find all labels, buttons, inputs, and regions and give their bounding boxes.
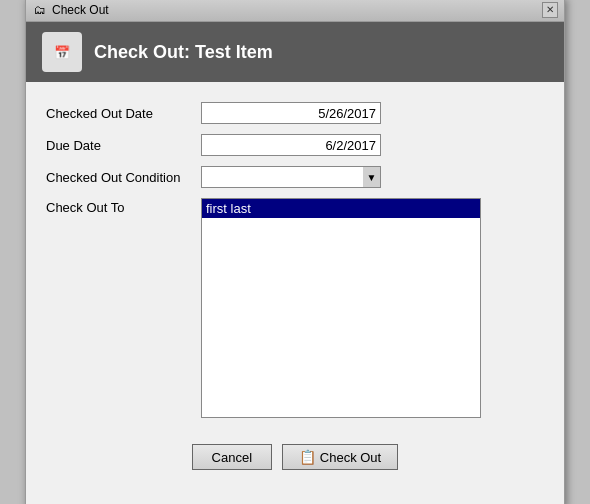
- header-icon: 📅: [42, 32, 82, 72]
- title-bar-left: 🗂 Check Out: [32, 2, 109, 18]
- condition-select[interactable]: Good Fair Poor: [201, 166, 381, 188]
- title-bar: 🗂 Check Out ✕: [26, 0, 564, 22]
- checkout-button[interactable]: 📋 Check Out: [282, 444, 398, 470]
- checked-out-date-input[interactable]: [201, 102, 381, 124]
- due-date-label: Due Date: [46, 138, 201, 153]
- cancel-button[interactable]: Cancel: [192, 444, 272, 470]
- condition-label: Checked Out Condition: [46, 170, 201, 185]
- title-bar-icon: 🗂: [32, 2, 48, 18]
- dialog-content: Checked Out Date Due Date Checked Out Co…: [26, 82, 564, 504]
- cancel-label: Cancel: [212, 450, 252, 465]
- checkout-icon: 📋: [299, 449, 316, 465]
- check-out-to-list[interactable]: first last: [201, 198, 481, 418]
- due-date-row: Due Date: [46, 134, 544, 156]
- close-button[interactable]: ✕: [542, 2, 558, 18]
- due-date-input[interactable]: [201, 134, 381, 156]
- list-item[interactable]: first last: [202, 199, 480, 218]
- checked-out-date-label: Checked Out Date: [46, 106, 201, 121]
- checkout-dialog: 🗂 Check Out ✕ 📅 Check Out: Test Item Che…: [25, 0, 565, 504]
- checkout-label: Check Out: [320, 450, 381, 465]
- button-row: Cancel 📋 Check Out: [46, 434, 544, 486]
- check-out-to-row: Check Out To first last: [46, 198, 544, 418]
- dialog-title: Check Out: Test Item: [94, 42, 273, 63]
- check-out-to-label: Check Out To: [46, 198, 201, 215]
- condition-row: Checked Out Condition Good Fair Poor ▼: [46, 166, 544, 188]
- checked-out-date-row: Checked Out Date: [46, 102, 544, 124]
- condition-select-wrapper: Good Fair Poor ▼: [201, 166, 381, 188]
- dialog-header: 📅 Check Out: Test Item: [26, 22, 564, 82]
- title-bar-title: Check Out: [52, 3, 109, 17]
